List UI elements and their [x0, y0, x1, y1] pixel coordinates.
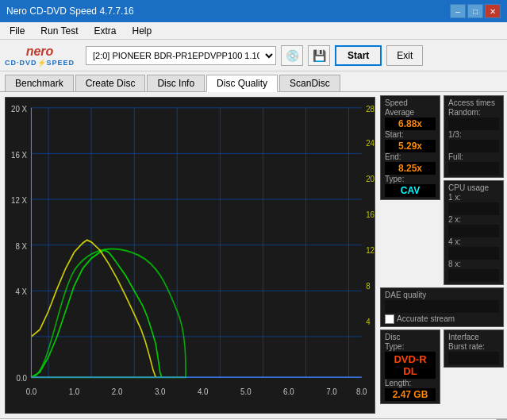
tab-scandisc[interactable]: ScanDisc: [279, 75, 340, 91]
disc-length-value: 2.47 GB: [385, 388, 436, 401]
accurate-row: Accurate stream: [385, 314, 499, 324]
save-icon-button[interactable]: 💾: [308, 45, 330, 66]
menu-runtest[interactable]: Run Test: [34, 24, 84, 38]
nero-logo: nero: [26, 44, 54, 59]
svg-text:2.0: 2.0: [112, 386, 123, 396]
svg-text:3.0: 3.0: [155, 386, 166, 396]
svg-text:6.0: 6.0: [283, 386, 294, 396]
svg-text:20 X: 20 X: [11, 103, 27, 114]
burst-value: [448, 352, 499, 364]
exit-button[interactable]: Exit: [386, 45, 423, 66]
chart-svg: 20 X 16 X 12 X 8 X 4 X 0.0 28 24 20 16 1…: [6, 98, 374, 413]
interface-label: Interface: [448, 333, 499, 341]
disc-type-label: Type:: [385, 342, 436, 351]
cpu-1x-value: [448, 202, 499, 215]
accurate-checkbox[interactable]: [385, 314, 394, 324]
dae-value: [385, 300, 499, 313]
svg-text:4.0: 4.0: [198, 386, 209, 396]
svg-text:16 X: 16 X: [11, 149, 27, 160]
disc-label: Disc: [385, 333, 436, 341]
speed-label: Speed: [385, 98, 436, 107]
menu-file[interactable]: File: [3, 24, 31, 38]
cpu-section: CPU usage 1 x: 2 x: 4 x: 8 x:: [444, 180, 504, 285]
disc-type-value: DVD-R DL: [385, 352, 436, 379]
burst-label: Burst rate:: [448, 342, 499, 351]
dae-section: DAE quality Accurate stream: [380, 287, 504, 327]
access-times-stats: Access times Random: 1/3: Full: CPU usag…: [444, 95, 504, 285]
onethird-value: [448, 140, 499, 152]
start-value: 5.29x: [385, 140, 436, 152]
close-button[interactable]: ✕: [485, 4, 501, 18]
access-label: Access times: [448, 98, 499, 107]
dae-label: DAE quality: [385, 291, 499, 299]
end-value: 8.25x: [385, 162, 436, 175]
toolbar: nero CD·DVD⚡SPEED [2:0] PIONEER BDR-PR1E…: [0, 40, 507, 71]
cpu-4x-label: 4 x:: [448, 237, 499, 246]
cpu-4x-value: [448, 247, 499, 260]
svg-text:1.0: 1.0: [69, 386, 80, 396]
titlebar: Nero CD-DVD Speed 4.7.7.16 – □ ✕: [0, 0, 507, 22]
titlebar-title: Nero CD-DVD Speed 4.7.7.16: [6, 6, 134, 17]
svg-text:12 X: 12 X: [11, 195, 27, 205]
cpu-label: CPU usage: [448, 183, 499, 192]
access-section: Access times Random: 1/3: Full:: [444, 95, 504, 178]
start-button[interactable]: Start: [335, 45, 382, 66]
eject-icon-button[interactable]: 💿: [281, 45, 303, 66]
disc-length-label: Length:: [385, 379, 436, 387]
svg-text:4: 4: [366, 316, 370, 326]
logo: nero CD·DVD⚡SPEED: [5, 44, 75, 67]
interface-panel: Interface Burst rate:: [444, 329, 504, 368]
svg-text:8.0: 8.0: [356, 386, 367, 396]
disc-type-section: Disc Type: DVD-R DL Length: 2.47 GB: [380, 329, 440, 404]
cpu-2x-value: [448, 225, 499, 237]
speed-section: Speed Average 6.88x Start: 5.29x End: 8.…: [380, 95, 440, 200]
svg-text:20: 20: [366, 173, 374, 183]
menu-help[interactable]: Help: [126, 24, 159, 38]
svg-text:7.0: 7.0: [326, 386, 337, 396]
svg-text:16: 16: [366, 209, 374, 219]
random-value: [448, 118, 499, 130]
svg-rect-0: [6, 98, 374, 413]
cpu-8x-value: [448, 269, 499, 282]
drive-selector[interactable]: [2:0] PIONEER BDR-PR1EPDVPP100 1.10: [86, 46, 276, 65]
speed-stats: Speed Average 6.88x Start: 5.29x End: 8.…: [380, 95, 440, 285]
tab-discquality[interactable]: Disc Quality: [206, 75, 278, 92]
svg-text:0.0: 0.0: [17, 372, 28, 383]
cpu-1x-label: 1 x:: [448, 193, 499, 202]
svg-text:8: 8: [366, 280, 370, 291]
start-label: Start:: [385, 130, 436, 139]
stats-top: Speed Average 6.88x Start: 5.29x End: 8.…: [380, 95, 504, 285]
average-value: 6.88x: [385, 118, 436, 130]
tab-benchmark[interactable]: Benchmark: [5, 75, 74, 91]
tab-createdisc[interactable]: Create Disc: [75, 75, 146, 91]
titlebar-buttons: – □ ✕: [450, 4, 501, 18]
menu-extra[interactable]: Extra: [87, 24, 122, 38]
minimize-button[interactable]: –: [450, 4, 466, 18]
nero-logo-sub: CD·DVD⚡SPEED: [5, 59, 75, 67]
onethird-label: 1/3:: [448, 130, 499, 139]
tab-discinfo[interactable]: Disc Info: [147, 75, 205, 91]
menubar: File Run Test Extra Help: [0, 22, 507, 40]
interface-section: Interface Burst rate:: [444, 329, 504, 404]
cpu-2x-label: 2 x:: [448, 215, 499, 224]
maximize-button[interactable]: □: [467, 4, 483, 18]
tabs: Benchmark Create Disc Disc Info Disc Qua…: [0, 71, 507, 92]
type-value: CAV: [385, 184, 436, 197]
svg-text:12: 12: [366, 245, 374, 255]
svg-text:8 X: 8 X: [15, 241, 27, 251]
average-label: Average: [385, 108, 436, 117]
right-panel: Speed Average 6.88x Start: 5.29x End: 8.…: [380, 92, 507, 418]
svg-text:28: 28: [366, 103, 374, 114]
full-label: Full:: [448, 152, 499, 161]
cpu-8x-label: 8 x:: [448, 260, 499, 268]
svg-text:0.0: 0.0: [26, 386, 37, 396]
random-label: Random:: [448, 108, 499, 117]
svg-text:5.0: 5.0: [240, 386, 252, 396]
main-content: 20 X 16 X 12 X 8 X 4 X 0.0 28 24 20 16 1…: [0, 92, 507, 418]
disc-interface-row: Disc Type: DVD-R DL Length: 2.47 GB Inte…: [380, 329, 504, 404]
accurate-label: Accurate: [397, 314, 428, 323]
chart-area: 20 X 16 X 12 X 8 X 4 X 0.0 28 24 20 16 1…: [5, 97, 375, 414]
svg-text:24: 24: [366, 138, 374, 148]
accurate-label2: stream: [430, 314, 455, 323]
full-value: [448, 162, 499, 175]
